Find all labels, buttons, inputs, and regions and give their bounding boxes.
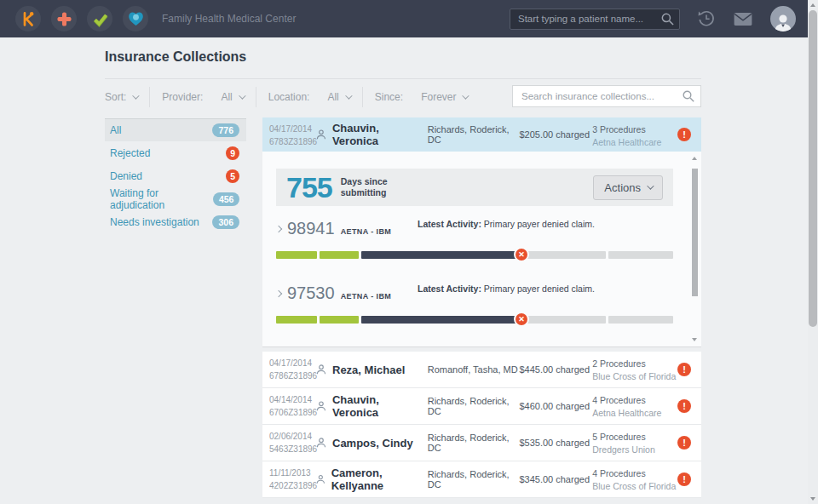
page-scrollbar[interactable] bbox=[808, 0, 818, 504]
claim-date: 04/14/2014 bbox=[269, 394, 315, 407]
table-row[interactable]: 11/11/2013 4202Z31896 Cameron, Kellyanne… bbox=[262, 461, 701, 498]
procedures-cell: 2 Procedures Blue Cross of Florida bbox=[592, 352, 677, 387]
claim-date: 04/17/2014 bbox=[269, 358, 315, 370]
scroll-up-icon[interactable] bbox=[692, 157, 697, 160]
scroll-up-icon[interactable] bbox=[810, 3, 815, 7]
chevron-down-icon bbox=[133, 92, 140, 99]
location-value: All bbox=[327, 91, 338, 103]
count-badge: 306 bbox=[212, 215, 239, 229]
payer-name: Blue Cross of Florida bbox=[592, 370, 677, 383]
patient-name: Campos, Cindy bbox=[332, 437, 413, 450]
provider-value: All bbox=[221, 91, 232, 103]
patient-cell: Chauvin, Veronica bbox=[315, 117, 428, 152]
claim-error-marker-icon: ✕ bbox=[514, 247, 529, 262]
procedures-cell: 3 Procedures Aetna Healthcare bbox=[592, 117, 677, 152]
chevron-down-icon bbox=[463, 92, 469, 99]
claim-id: 4202Z31896 bbox=[269, 480, 315, 493]
date-id-cell: 04/14/2014 6706Z31896 bbox=[262, 388, 315, 424]
alert-icon: ! bbox=[677, 128, 691, 141]
provider-cell: Richards, Roderick, DC bbox=[428, 117, 520, 152]
mail-icon[interactable] bbox=[733, 12, 753, 26]
search-icon[interactable] bbox=[660, 12, 675, 30]
page-title: Insurance Collections bbox=[105, 49, 246, 65]
claim-number: 97530 bbox=[287, 284, 335, 303]
progress-segment bbox=[320, 251, 359, 259]
filter-bar: Sort: Provider: All Location: All Since:… bbox=[105, 85, 701, 108]
provider-cell: Richards, Roderick, DC bbox=[428, 388, 520, 424]
date-id-cell: 02/06/2014 5463Z31896 bbox=[262, 425, 315, 461]
app-icon-group bbox=[15, 6, 148, 32]
patient-search-input[interactable] bbox=[510, 9, 680, 30]
latest-activity: Latest Activity: Primary payer denied cl… bbox=[418, 284, 595, 294]
procedures-cell: 4 Procedures Aetna Healthcare bbox=[592, 388, 677, 424]
page-scrollbar-thumb[interactable] bbox=[809, 10, 817, 327]
claim-id: 5463Z31896 bbox=[269, 444, 315, 456]
procedures-cell: 4 Procedures Blue Cross of Florida bbox=[592, 461, 677, 497]
heart-icon[interactable] bbox=[123, 6, 148, 32]
table-row[interactable]: 04/17/2014 6786Z31896 Reza, Michael Roma… bbox=[262, 352, 701, 388]
sidebar-item-denied[interactable]: Denied 5 bbox=[105, 164, 246, 187]
title-divider bbox=[105, 78, 701, 79]
claim-id: 6783Z31896 bbox=[269, 136, 315, 149]
progress-segment bbox=[608, 251, 673, 259]
detail-scrollbar-thumb[interactable] bbox=[692, 169, 698, 296]
patient-name: Cameron, Kellyanne bbox=[331, 467, 428, 492]
history-icon[interactable] bbox=[697, 9, 716, 28]
days-since-label: Days sincesubmitting bbox=[341, 176, 388, 198]
sidebar-item-all[interactable]: All 776 bbox=[105, 118, 246, 141]
collections-search-input[interactable] bbox=[512, 85, 701, 107]
patient-name: Chauvin, Veronica bbox=[332, 122, 428, 147]
location-dropdown[interactable]: Location: All bbox=[268, 91, 350, 103]
checkmark-icon[interactable] bbox=[87, 6, 112, 32]
charged-cell: $445.00 charged bbox=[519, 352, 592, 387]
patient-cell: Campos, Cindy bbox=[315, 425, 428, 461]
medical-cross-icon[interactable] bbox=[51, 6, 77, 32]
person-icon bbox=[315, 364, 327, 375]
progress-segment bbox=[320, 316, 359, 324]
practice-name: Family Health Medical Center bbox=[162, 13, 296, 25]
procedures-count: 5 Procedures bbox=[592, 431, 677, 444]
table-row-selected[interactable]: 04/17/2014 6783Z31896 Chauvin, Veronica … bbox=[262, 117, 701, 152]
kareo-logo-icon[interactable] bbox=[15, 6, 41, 32]
alert-icon: ! bbox=[677, 399, 691, 413]
provider-dropdown[interactable]: Provider: All bbox=[162, 91, 243, 103]
progress-segment bbox=[608, 316, 673, 324]
search-icon[interactable] bbox=[682, 89, 695, 106]
since-label: Since: bbox=[375, 91, 403, 103]
claim-header[interactable]: 97530 AETNA - IBM Latest Activity: Prima… bbox=[276, 284, 673, 306]
procedures-count: 3 Procedures bbox=[592, 123, 677, 136]
alert-icon: ! bbox=[677, 472, 691, 486]
claim-item: 97530 AETNA - IBM Latest Activity: Prima… bbox=[276, 284, 673, 324]
sidebar-item-rejected[interactable]: Rejected 9 bbox=[105, 141, 246, 164]
sidebar-item-needs-investigation[interactable]: Needs investigation 306 bbox=[105, 210, 246, 233]
claim-progress-bar: ✕ bbox=[276, 316, 673, 324]
count-badge: 5 bbox=[226, 169, 239, 183]
actions-button[interactable]: Actions bbox=[593, 175, 663, 200]
sort-dropdown[interactable]: Sort: bbox=[105, 91, 137, 103]
sidebar-item-label: Denied bbox=[110, 170, 142, 182]
claim-header[interactable]: 98941 AETNA - IBM Latest Activity: Prima… bbox=[276, 219, 673, 242]
table-row[interactable]: 04/14/2014 6706Z31896 Chauvin, Veronica … bbox=[262, 388, 701, 425]
detail-scrollbar[interactable] bbox=[691, 157, 699, 341]
claim-payer: AETNA - IBM bbox=[341, 227, 392, 236]
progress-segment bbox=[276, 251, 317, 259]
sidebar-item-label: Needs investigation bbox=[110, 216, 199, 228]
user-avatar[interactable] bbox=[770, 6, 796, 32]
chevron-down-icon bbox=[345, 92, 352, 99]
collections-search bbox=[512, 85, 701, 107]
charged-cell: $205.00 charged bbox=[519, 117, 592, 152]
sidebar-item-label: All bbox=[110, 124, 121, 136]
scroll-down-icon[interactable] bbox=[810, 497, 815, 501]
since-dropdown[interactable]: Since: Forever bbox=[375, 91, 468, 103]
scroll-down-icon[interactable] bbox=[692, 338, 697, 341]
progress-segment: ✕ bbox=[361, 251, 521, 259]
sidebar-item-waiting-for-adjudication[interactable]: Waiting for adjudication 456 bbox=[105, 187, 246, 210]
since-value: Forever bbox=[421, 91, 456, 103]
provider-cell: Richards, Roderick, DC bbox=[428, 425, 520, 461]
alert-icon: ! bbox=[677, 363, 691, 376]
procedures-count: 4 Procedures bbox=[592, 394, 677, 407]
sort-label: Sort: bbox=[105, 91, 126, 103]
table-row[interactable]: 02/06/2014 5463Z31896 Campos, Cindy Rich… bbox=[262, 425, 701, 461]
days-since-value: 755 bbox=[286, 171, 332, 204]
claim-progress-bar: ✕ bbox=[276, 251, 673, 259]
